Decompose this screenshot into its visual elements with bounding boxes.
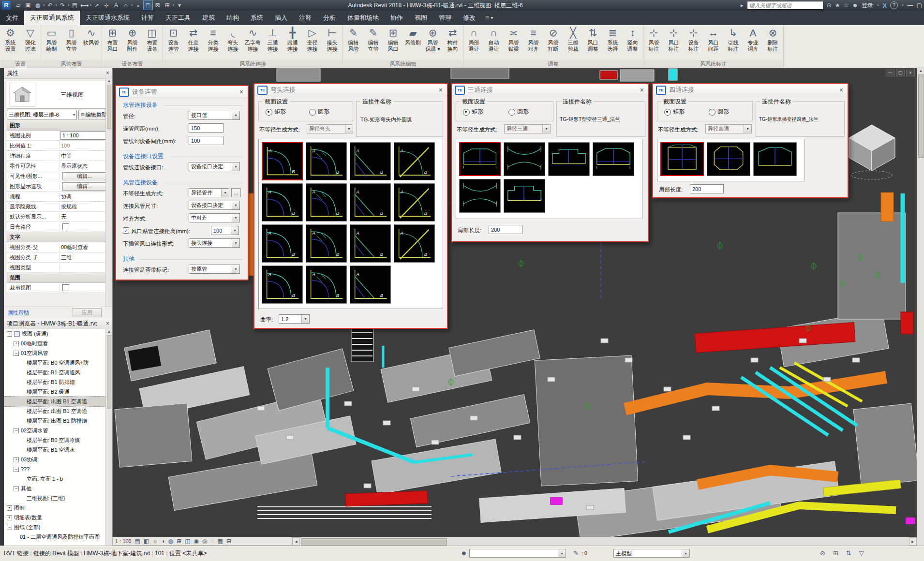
fitting-type-thumbnail[interactable] [459, 179, 501, 213]
edit-type-button[interactable]: ⊞ 编辑类型 [78, 110, 109, 119]
ribbon-button[interactable]: ⊡设备连管 [164, 26, 183, 52]
checkbox[interactable] [62, 223, 69, 230]
ribbon-button[interactable]: ▭风管绘制 [42, 26, 61, 52]
ribbon-tab-修改[interactable]: 修改 [457, 11, 481, 25]
expand-icon[interactable]: ▸ [741, 2, 744, 9]
ribbon-button[interactable]: ↳引线标注 [723, 26, 743, 52]
ribbon-button[interactable]: ◟弯头连接 [223, 26, 243, 52]
tree-item[interactable]: 01 - 二层空调通风及防排烟平面图 [4, 532, 106, 542]
tree-item[interactable]: −视图 (暖通) [4, 329, 106, 339]
ribbon-button[interactable]: ⊹设备标注 [684, 26, 703, 52]
dialog-title-bar[interactable]: TE 弯头连接 × [254, 84, 447, 96]
modify-selection-icon[interactable]: ⊡ ▾ [481, 11, 497, 25]
ribbon-button[interactable]: ≍风管贴梁 [504, 26, 523, 52]
fitting-type-thumbnail[interactable] [660, 142, 704, 176]
shoulder-length-input[interactable]: 200 [489, 225, 522, 234]
tree-item[interactable]: 楼层平面: B1 防排烟 [4, 377, 106, 387]
collapse-icon[interactable]: − [7, 525, 12, 530]
tree-item[interactable]: 三维视图: {三维} [4, 493, 106, 503]
ribbon-button[interactable]: ▰风管刷 [403, 26, 423, 52]
thin-lines-icon[interactable]: ≣ [144, 1, 152, 10]
tree-item[interactable]: +00临时查看 [4, 339, 106, 348]
search-input[interactable] [747, 1, 823, 10]
revit-logo-icon[interactable]: R [2, 1, 11, 10]
edit-button[interactable]: 编辑... [62, 172, 106, 180]
tree-item[interactable]: 楼层平面: B1 空调水 [4, 445, 106, 455]
ribbon-button[interactable]: ▷变径连接 [302, 26, 322, 52]
dropdown[interactable]: 设备接口决定▾ [189, 162, 240, 171]
fitting-type-thumbnail[interactable]: AB [350, 183, 391, 221]
dropdown-arrow-icon[interactable]: ▾ [56, 3, 58, 7]
fitting-type-thumbnail[interactable]: AB [306, 266, 347, 304]
ribbon-button[interactable]: ≡分类连接 [203, 26, 223, 52]
save-icon[interactable]: ▣ [24, 1, 32, 10]
dropdown-arrow-icon[interactable]: ▾ [68, 3, 70, 7]
ribbon-button[interactable]: ⇅风口调整 [583, 26, 603, 52]
fitting-type-thumbnail[interactable]: AB [306, 183, 347, 221]
expand-icon[interactable]: + [14, 457, 19, 462]
fitting-type-thumbnail[interactable]: AB [394, 224, 435, 263]
generation-mode-dropdown[interactable]: 异径四通 ▾ [705, 124, 752, 133]
distance-dropdown[interactable]: 100▾ [211, 226, 239, 235]
temporary-view-properties-icon[interactable]: ▦ [218, 538, 223, 545]
property-value[interactable]: 100 [60, 143, 109, 148]
switch-windows-icon[interactable]: ⊞ [163, 1, 172, 10]
tree-item[interactable]: 楼层平面: 出图 B1 空调通 [4, 406, 106, 416]
ribbon-button[interactable]: ╳三维剪裁 [563, 26, 583, 52]
scrollbar-thumb[interactable] [918, 74, 924, 158]
round-radio[interactable]: 圆形 [508, 108, 529, 116]
crop-view-icon[interactable]: ⊞ [177, 538, 181, 545]
editing-requests-icon[interactable]: ✎ [573, 546, 579, 561]
dropdown[interactable]: 设备接口决定▾ [189, 201, 240, 210]
search-binoculars-icon[interactable]: ⊙ [827, 2, 832, 9]
ribbon-button[interactable]: ▯风管立管 [61, 26, 81, 52]
restore-icon[interactable]: ▢ [917, 2, 922, 9]
fitting-type-thumbnail[interactable] [707, 142, 750, 176]
ribbon-tab-视图[interactable]: 视图 [409, 11, 433, 25]
ribbon-button[interactable]: ⊘风管打断 [543, 26, 563, 52]
shadows-icon[interactable]: ◑ [161, 538, 164, 545]
scroll-left-icon[interactable]: ◄ [292, 537, 300, 546]
ribbon-button[interactable]: ⊹风管标注 [644, 26, 664, 52]
fitting-type-thumbnail[interactable] [504, 142, 545, 176]
close-icon[interactable]: × [238, 88, 245, 96]
help-icon[interactable]: ? [890, 1, 898, 9]
properties-help-link[interactable]: 属性帮助 [8, 309, 29, 316]
generation-mode-dropdown[interactable]: 异径弯头 ▾ [307, 124, 353, 133]
view-close-icon[interactable]: × [906, 69, 915, 76]
expand-icon[interactable]: + [14, 341, 19, 346]
property-value[interactable]: 三维 [60, 254, 109, 261]
ribbon-button[interactable]: ∿软风管 [81, 26, 101, 52]
collapse-icon[interactable]: − [7, 331, 12, 337]
ribbon-button[interactable]: ✎编辑风管 [343, 26, 363, 52]
tree-item[interactable]: −02空调水管 [4, 426, 106, 435]
fitting-type-thumbnail[interactable]: AB [350, 142, 391, 180]
property-value[interactable]: 显示原状态 [60, 162, 109, 170]
customize-qat-icon[interactable]: ▾ [175, 1, 184, 10]
lock-3d-view-icon[interactable]: ◉ [194, 538, 198, 545]
generation-mode-dropdown[interactable]: 异径三通 ▾ [504, 124, 551, 133]
ribbon-tab-天正暖通风系统[interactable]: 天正暖通风系统 [24, 11, 80, 25]
drag-on-selection-icon[interactable]: ⇅ [846, 546, 851, 561]
sun-path-icon[interactable]: ☼ [152, 538, 158, 545]
ribbon-tab-结构[interactable]: 结构 [221, 11, 245, 25]
text-icon[interactable]: A [112, 1, 120, 10]
ribbon-tab-系统[interactable]: 系统 [245, 11, 269, 25]
help-dropdown-icon[interactable]: ▾ [902, 3, 904, 7]
minimize-icon[interactable]: — [908, 2, 913, 9]
ribbon-button[interactable]: ≡风管对齐 [523, 26, 543, 52]
fitting-type-thumbnail[interactable]: AB [262, 142, 303, 180]
fitting-type-thumbnail[interactable]: AB [262, 183, 303, 221]
ribbon-tab-天正工具[interactable]: 天正工具 [160, 11, 196, 25]
dropdown-arrow-icon[interactable]: ▾ [43, 3, 45, 7]
round-radio[interactable]: 圆形 [709, 108, 729, 116]
fitting-type-thumbnail[interactable]: AB [394, 183, 435, 221]
edit-button[interactable]: 编辑... [62, 182, 106, 191]
close-icon[interactable]: × [437, 86, 444, 94]
visual-style-icon[interactable]: ◧ [144, 538, 149, 545]
print-icon[interactable]: ▤ [71, 1, 79, 10]
collapse-icon[interactable]: − [14, 486, 19, 491]
tag-by-category-icon[interactable]: ⊹ [102, 1, 111, 10]
active-workset-dropdown[interactable]: ▾ [469, 549, 566, 558]
filter-icon[interactable]: ▽ [859, 546, 864, 561]
